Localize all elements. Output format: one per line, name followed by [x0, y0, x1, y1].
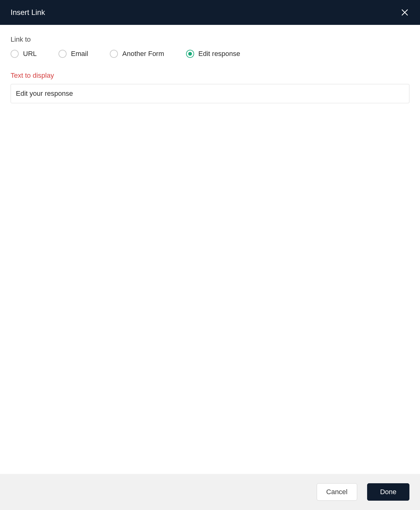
dialog-content: Link to URL Email Another Form Edit resp… [0, 25, 420, 474]
radio-url-label: URL [23, 50, 37, 58]
text-to-display-input[interactable] [11, 84, 409, 103]
done-button[interactable]: Done [367, 483, 409, 501]
radio-circle-icon [58, 50, 67, 58]
radio-email[interactable]: Email [58, 50, 88, 58]
dialog-title: Insert Link [11, 8, 45, 17]
radio-another-form-label: Another Form [122, 50, 164, 58]
close-icon [401, 8, 409, 16]
close-button[interactable] [400, 8, 409, 17]
radio-edit-response-label: Edit response [198, 50, 240, 58]
radio-another-form[interactable]: Another Form [110, 50, 164, 58]
dialog-footer: Cancel Done [0, 474, 420, 510]
radio-circle-icon [11, 50, 19, 58]
cancel-button[interactable]: Cancel [317, 483, 357, 501]
radio-circle-icon [110, 50, 118, 58]
link-to-label: Link to [11, 35, 409, 44]
radio-url[interactable]: URL [11, 50, 37, 58]
text-to-display-label: Text to display [11, 72, 409, 80]
radio-email-label: Email [71, 50, 88, 58]
radio-edit-response[interactable]: Edit response [186, 50, 240, 58]
dialog-header: Insert Link [0, 0, 420, 25]
link-to-radio-group: URL Email Another Form Edit response [11, 50, 409, 58]
radio-circle-selected-icon [186, 50, 194, 58]
